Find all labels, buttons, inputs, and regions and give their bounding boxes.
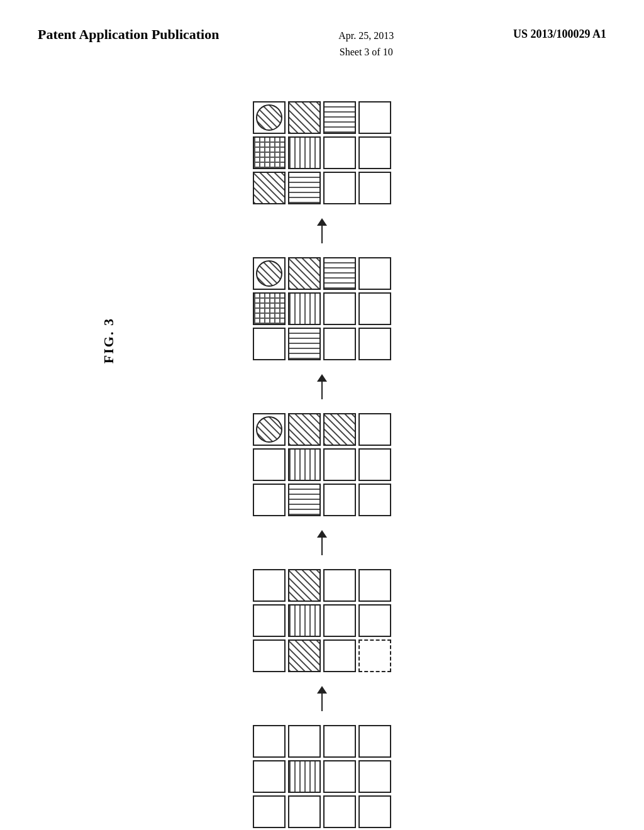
- cell-4-11: [323, 639, 356, 672]
- cell-5-11: [323, 795, 356, 828]
- cell-1-7: [323, 136, 356, 169]
- cell-2-6: [288, 292, 321, 325]
- cell-3-2: [288, 413, 321, 446]
- cell-2-1: [253, 257, 286, 290]
- cell-4-4: [358, 569, 391, 602]
- cell-4-12: [358, 639, 391, 672]
- cell-4-10: [288, 639, 321, 672]
- grid-group-5: [253, 715, 391, 830]
- grid-2: [253, 257, 391, 360]
- publication-date: Apr. 25, 2013: [338, 30, 394, 41]
- publication-date-sheet: Apr. 25, 2013 Sheet 3 of 10: [338, 25, 394, 60]
- arrow-head-2: [317, 374, 327, 382]
- cell-1-4: [358, 101, 391, 134]
- main-content: FIG. 3: [0, 72, 644, 830]
- arrow-3: [317, 530, 327, 555]
- grid-5: [253, 725, 391, 828]
- cell-1-3: [323, 101, 356, 134]
- cell-5-2: [288, 725, 321, 758]
- cell-1-6: [288, 136, 321, 169]
- cell-3-11: [323, 484, 356, 516]
- cell-3-4: [358, 413, 391, 446]
- cell-4-8: [358, 604, 391, 637]
- cell-3-6: [288, 448, 321, 481]
- cell-3-1: [253, 413, 286, 446]
- cell-5-3: [323, 725, 356, 758]
- arrow-head-4: [317, 686, 327, 694]
- patent-number: US 2013/100029 A1: [513, 25, 606, 41]
- cell-5-6: [288, 760, 321, 793]
- grid-group-2: [253, 247, 391, 370]
- grid-3: [253, 413, 391, 516]
- arrow-4: [317, 686, 327, 711]
- cell-1-8: [358, 136, 391, 169]
- cell-3-8: [358, 448, 391, 481]
- publication-title: Patent Application Publication: [38, 25, 219, 45]
- cell-4-5: [253, 604, 286, 637]
- cell-5-9: [253, 795, 286, 828]
- cell-1-9: [253, 172, 286, 204]
- cell-3-3: [323, 413, 356, 446]
- figure-label: FIG. 3: [101, 318, 117, 363]
- cell-3-7: [323, 448, 356, 481]
- grid-4: [253, 569, 391, 672]
- cell-2-7: [323, 292, 356, 325]
- cell-2-5: [253, 292, 286, 325]
- sheet-info: Sheet 3 of 10: [340, 47, 393, 57]
- arrow-line-2: [321, 382, 323, 399]
- cell-3-9: [253, 484, 286, 516]
- cell-5-4: [358, 725, 391, 758]
- cell-4-1: [253, 569, 286, 602]
- cell-4-7: [323, 604, 356, 637]
- arrow-head-3: [317, 530, 327, 538]
- cell-5-10: [288, 795, 321, 828]
- cell-2-11: [323, 328, 356, 360]
- grid-group-1: [253, 91, 391, 214]
- cell-4-3: [323, 569, 356, 602]
- cell-2-12: [358, 328, 391, 360]
- cell-2-4: [358, 257, 391, 290]
- cell-2-10: [288, 328, 321, 360]
- cell-5-1: [253, 725, 286, 758]
- cell-3-10: [288, 484, 321, 516]
- cell-4-2: [288, 569, 321, 602]
- arrow-2: [317, 374, 327, 399]
- cell-1-10: [288, 172, 321, 204]
- cell-3-5: [253, 448, 286, 481]
- cell-5-8: [358, 760, 391, 793]
- cell-5-7: [323, 760, 356, 793]
- cell-4-9: [253, 639, 286, 672]
- arrow-line-1: [321, 226, 323, 243]
- cell-1-2: [288, 101, 321, 134]
- cell-2-3: [323, 257, 356, 290]
- cell-2-8: [358, 292, 391, 325]
- arrow-1: [317, 218, 327, 243]
- grid-group-4: [253, 559, 391, 682]
- cell-1-11: [323, 172, 356, 204]
- page-header: Patent Application Publication Apr. 25, …: [0, 0, 644, 72]
- cell-2-2: [288, 257, 321, 290]
- cell-5-12: [358, 795, 391, 828]
- arrow-line-4: [321, 694, 323, 711]
- cell-1-12: [358, 172, 391, 204]
- cell-1-1: [253, 101, 286, 134]
- arrow-head-1: [317, 218, 327, 226]
- cell-5-5: [253, 760, 286, 793]
- arrow-line-3: [321, 538, 323, 555]
- cell-2-9: [253, 328, 286, 360]
- grid-group-3: [253, 403, 391, 526]
- cell-3-12: [358, 484, 391, 516]
- cell-4-6: [288, 604, 321, 637]
- cell-1-5: [253, 136, 286, 169]
- grid-1: [253, 101, 391, 204]
